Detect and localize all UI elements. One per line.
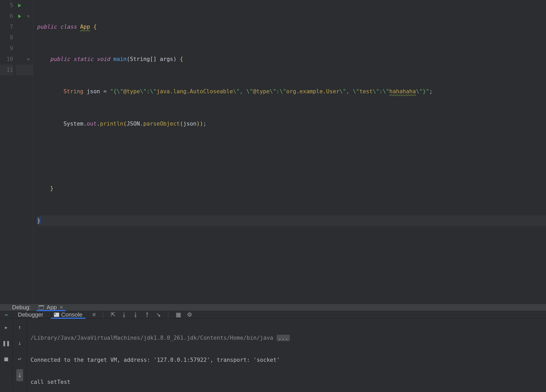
fold-gutter: ⊟ ⊟ [24, 0, 33, 304]
console-output[interactable]: /Library/Java/JavaVirtualMachines/jdk1.8… [27, 319, 546, 392]
gutter: 5 6 7 8 9 10 11 ⊟ ⊟ [0, 0, 33, 304]
lineno: 10 [0, 54, 13, 65]
run-gutter [16, 0, 24, 304]
close-icon[interactable]: ✕ [59, 305, 63, 310]
console-controls: ↑ ↓ ↩ ⤓ [13, 319, 27, 392]
fold-open-icon[interactable]: ⊟ [27, 11, 29, 22]
debug-tool-tabs: Debugger Console [13, 311, 88, 318]
tab-console[interactable]: Console [49, 311, 88, 318]
separator [103, 311, 103, 318]
debug-label: Debug: [0, 304, 36, 311]
code-line: } [37, 215, 546, 226]
upload-icon[interactable]: ⭱ [144, 311, 150, 318]
debug-tab-label: App [47, 304, 57, 311]
debug-panel: Debug: App ✕ ⌁ Debugger Console ≡ ⇱ ⭳ ⭳ … [0, 304, 546, 392]
code-area[interactable]: public class App { public static void ma… [33, 0, 546, 304]
lineno: 7 [0, 22, 13, 32]
lineno: 9 [0, 43, 13, 54]
code-line: System.out.println(JSON.parseObject(json… [37, 118, 546, 129]
download-icon[interactable]: ⭳ [121, 311, 127, 318]
lineno: 11 [0, 65, 13, 75]
run-icon[interactable] [18, 4, 21, 7]
tab-debugger[interactable]: Debugger [13, 311, 49, 318]
tab-label: Console [61, 311, 83, 318]
debug-body: ▸ ❚❚ ■ ↑ ↓ ↩ ⤓ /Library/Java/JavaVirtual… [0, 319, 546, 392]
menu-icon[interactable]: ≡ [92, 311, 96, 318]
lineno: 6 [0, 11, 13, 22]
debug-tool-icons: ≡ ⇱ ⭳ ⭳ ⭱ ↘ ▦ ⚙ [88, 311, 192, 318]
up-arrow-icon[interactable]: ↑ [18, 322, 21, 333]
debug-controls: ▸ ❚❚ ■ [0, 319, 13, 392]
window-icon [39, 305, 44, 310]
resume-icon[interactable]: ▸ [4, 322, 8, 333]
step-into-icon[interactable]: ↘ [156, 311, 161, 318]
down-arrow-icon[interactable]: ↓ [18, 338, 21, 349]
debug-session-tab[interactable]: App ✕ [36, 304, 67, 311]
grid-icon[interactable]: ▦ [176, 311, 181, 318]
scroll-end-icon[interactable]: ⤓ [16, 369, 23, 381]
debug-restart-col: ⌁ [0, 311, 13, 318]
code-editor[interactable]: 5 6 7 8 9 10 11 ⊟ ⊟ public class App { p… [0, 0, 546, 304]
pause-icon[interactable]: ❚❚ [2, 338, 10, 349]
stop-icon[interactable]: ■ [4, 353, 8, 364]
bug-icon[interactable]: ⌁ [4, 311, 8, 318]
terminal-icon [54, 313, 59, 317]
code-line: } [37, 183, 546, 194]
download-icon[interactable]: ⭳ [133, 311, 139, 318]
code-line: public static void main(String[] args) { [37, 54, 546, 65]
soft-wrap-icon[interactable]: ↩ [18, 353, 21, 364]
code-line [37, 151, 546, 162]
tab-label: Debugger [18, 311, 43, 318]
separator [168, 311, 168, 318]
fold-close-icon[interactable]: ⊟ [27, 54, 29, 65]
code-line: public class App { [37, 22, 546, 32]
line-numbers: 5 6 7 8 9 10 11 [0, 0, 16, 304]
code-line: String json = "{\"@type\":\"java.lang.Au… [37, 86, 546, 97]
console-line: call setTest [31, 376, 542, 388]
lineno: 5 [0, 0, 13, 11]
console-line: /Library/Java/JavaVirtualMachines/jdk1.8… [31, 332, 542, 343]
debug-toolbar: ⌁ Debugger Console ≡ ⇱ ⭳ ⭳ ⭱ ↘ ▦ ⚙ [0, 311, 546, 319]
run-icon[interactable] [18, 14, 21, 18]
console-line: Connected to the target VM, address: '12… [31, 354, 542, 365]
lineno: 8 [0, 32, 13, 43]
settings-icon[interactable]: ⚙ [187, 311, 192, 318]
export-up-icon[interactable]: ⇱ [111, 311, 115, 318]
debug-header: Debug: App ✕ [0, 304, 546, 311]
